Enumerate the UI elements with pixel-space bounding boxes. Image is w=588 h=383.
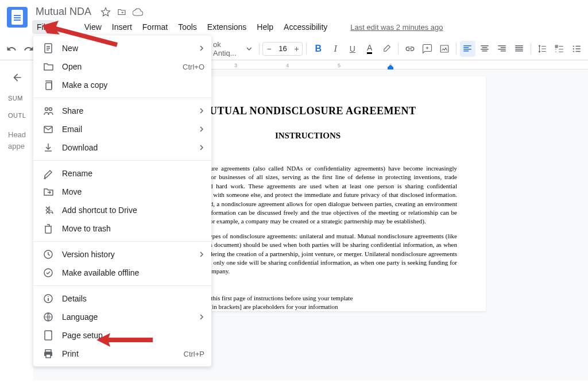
file-menu-version-history[interactable]: Version history <box>33 245 211 264</box>
font-size-control: − + <box>262 42 303 56</box>
highlight-color-button[interactable] <box>379 41 395 57</box>
document-title[interactable]: Mutual NDA <box>32 5 95 19</box>
toolbar-separator <box>398 43 399 55</box>
print-icon <box>42 348 54 359</box>
folder-icon <box>42 61 54 72</box>
font-size-increase-button[interactable]: + <box>291 44 302 53</box>
file-menu-share[interactable]: Share <box>33 102 211 120</box>
submenu-arrow-icon <box>199 250 204 259</box>
copy-icon <box>42 79 54 91</box>
sidebar-outline-label: OUTL <box>8 112 29 119</box>
move-to-folder-icon[interactable] <box>117 7 127 17</box>
text-color-button[interactable]: A <box>362 41 378 57</box>
ruler-tick: 4 <box>286 63 289 68</box>
menu-item-label: Details <box>62 294 204 303</box>
file-menu-make-a-copy[interactable]: Make a copy <box>33 76 211 94</box>
language-icon <box>42 311 54 323</box>
file-menu-add-shortcut-to-drive[interactable]: Add shortcut to Drive <box>33 201 211 219</box>
mail-icon <box>42 123 54 135</box>
file-menu-move-to-trash[interactable]: Move to trash <box>33 219 211 238</box>
menu-item-label: Print <box>62 349 176 358</box>
font-size-decrease-button[interactable]: − <box>263 44 274 53</box>
menu-view[interactable]: View <box>80 20 106 34</box>
menu-item-label: Share <box>62 106 191 115</box>
star-icon[interactable] <box>100 7 111 17</box>
insert-link-button[interactable] <box>402 41 418 57</box>
file-menu-page-setup[interactable]: Page setup <box>33 326 211 345</box>
doc-paragraph: Nondisclosure agreements (also called ND… <box>181 164 457 226</box>
menu-insert[interactable]: Insert <box>107 20 137 34</box>
move-icon <box>42 186 54 198</box>
cloud-status-icon[interactable] <box>133 7 143 17</box>
menu-accessibility[interactable]: Accessibility <box>279 20 332 34</box>
menu-format[interactable]: Format <box>138 20 172 34</box>
ruler-tick: 5 <box>338 63 341 68</box>
file-menu-move[interactable]: Move <box>33 183 211 201</box>
menu-divider <box>33 285 211 286</box>
menu-shortcut: Ctrl+P <box>184 350 204 358</box>
sidebar-headings-text: Head appe <box>8 129 29 152</box>
file-menu-rename[interactable]: Rename <box>33 164 211 183</box>
svg-rect-15 <box>45 350 51 352</box>
rename-icon <box>42 168 54 179</box>
align-center-button[interactable] <box>477 41 493 57</box>
menu-item-label: Language <box>62 312 191 322</box>
menu-item-label: Rename <box>62 169 204 178</box>
file-menu-language[interactable]: Language <box>33 308 211 326</box>
file-menu-email[interactable]: Email <box>33 120 211 138</box>
align-justify-button[interactable] <box>511 41 527 57</box>
toolbar-separator <box>259 43 260 55</box>
line-spacing-button[interactable] <box>535 41 551 57</box>
add-comment-button[interactable] <box>419 41 435 57</box>
toolbar-separator <box>531 43 531 55</box>
menu-item-label: New <box>62 44 191 53</box>
file-menu-details[interactable]: Details <box>33 289 211 308</box>
menu-item-label: Page setup <box>62 331 204 340</box>
sidebar-back-button[interactable] <box>8 68 26 87</box>
svg-rect-6 <box>46 83 52 90</box>
toolbar-separator <box>456 43 457 55</box>
svg-point-3 <box>573 48 574 49</box>
menu-tools[interactable]: Tools <box>173 20 202 34</box>
offline-icon <box>42 267 54 278</box>
page-setup-icon <box>42 330 54 341</box>
align-left-button[interactable] <box>460 41 476 57</box>
svg-rect-14 <box>45 331 52 340</box>
italic-button[interactable]: I <box>327 41 343 57</box>
menu-item-label: Move <box>62 187 204 196</box>
bold-button[interactable]: B <box>310 41 326 57</box>
menu-file[interactable]: File <box>32 20 55 34</box>
insert-image-button[interactable] <box>436 41 452 57</box>
file-menu-new[interactable]: New <box>33 39 211 57</box>
font-family-selector[interactable]: ok Antiq... <box>210 41 255 57</box>
history-icon <box>42 249 54 260</box>
menu-shortcut: Ctrl+O <box>183 63 204 71</box>
file-menu-make-available-offline[interactable]: Make available offline <box>33 264 211 282</box>
menu-extensions[interactable]: Extensions <box>203 20 251 34</box>
menu-help[interactable]: Help <box>252 20 278 34</box>
svg-point-8 <box>49 108 52 111</box>
menu-divider <box>33 241 211 242</box>
file-menu-print[interactable]: PrintCtrl+P <box>33 345 211 363</box>
ruler-tick: 3 <box>234 63 237 68</box>
bulleted-list-button[interactable] <box>568 41 585 57</box>
docs-app-icon[interactable] <box>7 7 28 28</box>
font-size-input[interactable] <box>274 44 291 53</box>
checklist-button[interactable] <box>551 41 567 57</box>
doc-list-item: Delete this first page of instructions b… <box>193 294 457 303</box>
menu-item-label: Email <box>62 125 191 134</box>
align-right-button[interactable] <box>494 41 510 57</box>
menu-divider <box>33 98 211 98</box>
file-menu-download[interactable]: Download <box>33 138 211 157</box>
menu-item-label: Open <box>62 62 175 71</box>
undo-button[interactable] <box>3 41 20 57</box>
file-menu-open[interactable]: OpenCtrl+O <box>33 57 211 76</box>
doc-list-item: Fields [in brackets] are placeholders fo… <box>193 303 457 311</box>
menu-item-label: Move to trash <box>62 224 204 233</box>
share-icon <box>42 105 54 117</box>
last-edit-link[interactable]: Last edit was 2 minutes ago <box>350 23 443 32</box>
menu-item-label: Download <box>62 143 191 152</box>
font-family-label: ok Antiq... <box>213 41 244 57</box>
underline-button[interactable]: U <box>345 41 361 57</box>
submenu-arrow-icon <box>199 312 204 322</box>
